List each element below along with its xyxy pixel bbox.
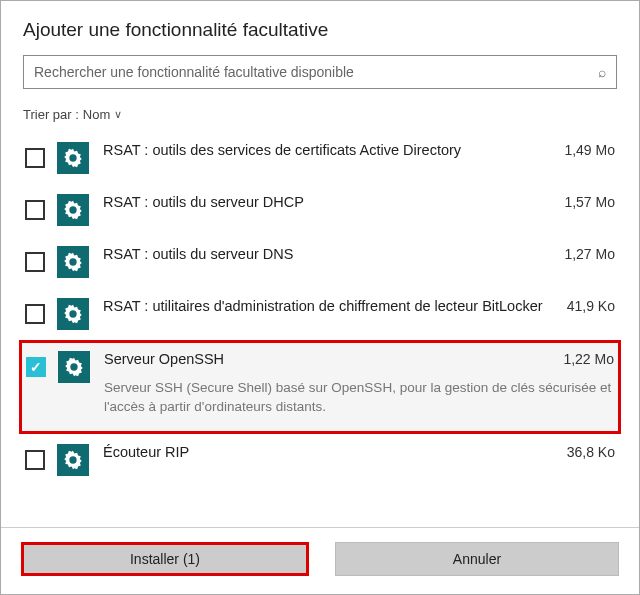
feature-name: Écouteur RIP xyxy=(103,444,189,460)
feature-name: RSAT : utilitaires d'administration de c… xyxy=(103,298,543,314)
feature-name: Serveur OpenSSH xyxy=(104,351,224,367)
sort-label: Trier par : xyxy=(23,107,79,122)
sort-control[interactable]: Trier par : Nom ∨ xyxy=(1,101,639,132)
feature-name: RSAT : outils des services de certificat… xyxy=(103,142,461,158)
feature-icon xyxy=(57,194,89,226)
feature-name: RSAT : outils du serveur DHCP xyxy=(103,194,304,210)
list-item[interactable]: RSAT : utilitaires d'administration de c… xyxy=(19,288,621,340)
list-item[interactable]: ✓Serveur OpenSSH1,22 MoServeur SSH (Secu… xyxy=(19,340,621,434)
feature-size: 1,49 Mo xyxy=(554,142,615,158)
checkbox[interactable] xyxy=(25,148,45,168)
search-placeholder: Rechercher une fonctionnalité facultativ… xyxy=(34,64,354,80)
feature-size: 36,8 Ko xyxy=(557,444,615,460)
feature-size: 1,57 Mo xyxy=(554,194,615,210)
feature-size: 1,22 Mo xyxy=(553,351,614,367)
search-icon: ⌕ xyxy=(598,64,606,80)
list-item[interactable]: Écouteur RIP36,8 Ko xyxy=(19,434,621,486)
checkbox[interactable] xyxy=(25,304,45,324)
checkbox[interactable] xyxy=(25,200,45,220)
chevron-down-icon: ∨ xyxy=(114,108,122,121)
cancel-button[interactable]: Annuler xyxy=(335,542,619,576)
feature-size: 41,9 Ko xyxy=(557,298,615,314)
feature-icon xyxy=(57,444,89,476)
list-item[interactable]: RSAT : outils des services de certificat… xyxy=(19,132,621,184)
feature-list: RSAT : outils des services de certificat… xyxy=(1,132,639,486)
search-input[interactable]: Rechercher une fonctionnalité facultativ… xyxy=(23,55,617,89)
feature-icon xyxy=(58,351,90,383)
feature-icon xyxy=(57,142,89,174)
checkbox[interactable] xyxy=(25,252,45,272)
install-button[interactable]: Installer (1) xyxy=(21,542,309,576)
sort-value: Nom xyxy=(83,107,110,122)
feature-icon xyxy=(57,298,89,330)
feature-name: RSAT : outils du serveur DNS xyxy=(103,246,293,262)
list-item[interactable]: RSAT : outils du serveur DHCP1,57 Mo xyxy=(19,184,621,236)
checkbox[interactable]: ✓ xyxy=(26,357,46,377)
list-item[interactable]: RSAT : outils du serveur DNS1,27 Mo xyxy=(19,236,621,288)
feature-description: Serveur SSH (Secure Shell) basé sur Open… xyxy=(104,379,614,423)
checkbox[interactable] xyxy=(25,450,45,470)
page-title: Ajouter une fonctionnalité facultative xyxy=(23,19,617,41)
feature-size: 1,27 Mo xyxy=(554,246,615,262)
feature-icon xyxy=(57,246,89,278)
